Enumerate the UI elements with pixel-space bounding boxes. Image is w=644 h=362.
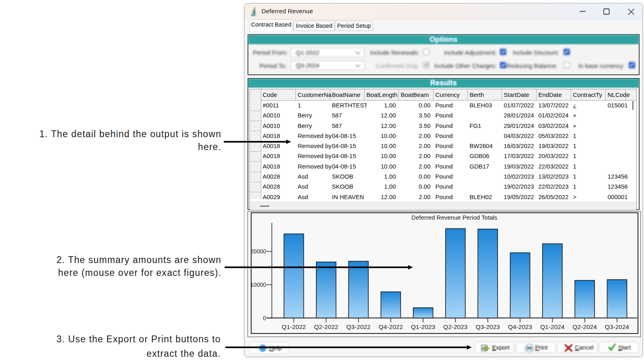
svg-text:Q4-2022: Q4-2022 [378, 323, 402, 330]
svg-text:20000: 20000 [252, 248, 266, 255]
svg-text:10000: 10000 [252, 282, 266, 288]
svg-text:0: 0 [263, 315, 266, 321]
svg-text:Q4-2023: Q4-2023 [508, 323, 532, 330]
svg-text:Q1-2024: Q1-2024 [540, 323, 565, 330]
svg-text:Q1-2022: Q1-2022 [281, 323, 305, 330]
svg-text:Q2-2023: Q2-2023 [443, 323, 467, 330]
svg-text:Q3-2023: Q3-2023 [475, 323, 500, 330]
svg-text:Q3-2022: Q3-2022 [346, 323, 370, 330]
svg-text:Deferred Revenue Period Totals: Deferred Revenue Period Totals [411, 214, 497, 221]
svg-text:Q1-2023: Q1-2023 [411, 323, 435, 330]
svg-text:Q2-2024: Q2-2024 [572, 323, 597, 330]
svg-text:Q2-2022: Q2-2022 [314, 323, 338, 330]
svg-text:Q3-2024: Q3-2024 [605, 323, 629, 330]
